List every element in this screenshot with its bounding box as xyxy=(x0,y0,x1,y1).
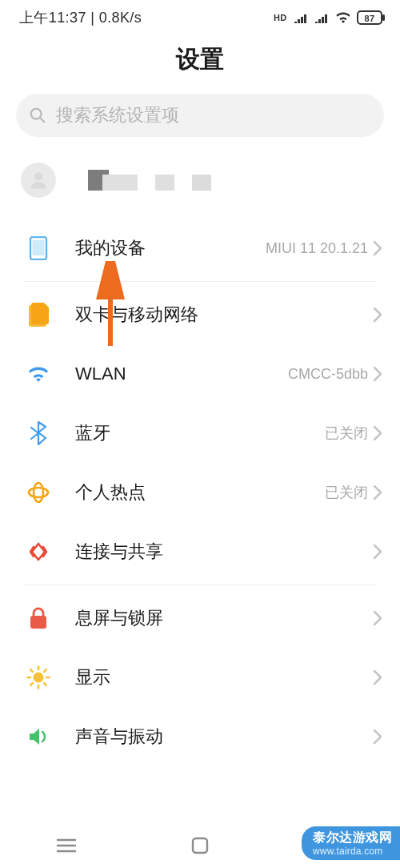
row-label: 声音与振动 xyxy=(75,725,368,749)
signal-1-icon xyxy=(293,12,309,23)
row-value: CMCC-5dbb xyxy=(288,366,368,383)
share-icon xyxy=(27,540,50,563)
watermark-title: 泰尔达游戏网 xyxy=(313,830,392,844)
row-bluetooth[interactable]: 蓝牙 已关闭 xyxy=(0,404,400,463)
chevron-right-icon xyxy=(373,729,382,745)
hd-icon: HD xyxy=(274,12,288,23)
account-name-redacted xyxy=(88,170,211,191)
svg-rect-7 xyxy=(33,240,45,255)
chevron-right-icon xyxy=(373,669,382,685)
chevron-right-icon xyxy=(373,544,382,560)
chevron-right-icon xyxy=(373,307,382,323)
menu-icon xyxy=(56,838,77,854)
row-value: 已关闭 xyxy=(325,483,368,502)
battery-icon: 87 xyxy=(357,10,386,25)
avatar xyxy=(21,163,56,198)
row-label: 我的设备 xyxy=(75,236,266,260)
status-right: HD 87 xyxy=(274,10,386,25)
bluetooth-icon xyxy=(30,421,46,445)
sim-icon xyxy=(28,303,49,327)
row-label: 蓝牙 xyxy=(75,421,325,445)
svg-line-17 xyxy=(44,683,46,685)
chevron-right-icon xyxy=(373,366,382,382)
row-label: 个人热点 xyxy=(75,480,325,504)
signal-2-icon xyxy=(314,12,330,23)
watermark-url: www.tairda.com xyxy=(313,846,392,857)
row-lockscreen[interactable]: 息屏与锁屏 xyxy=(0,589,400,648)
divider xyxy=(24,281,376,282)
device-icon xyxy=(29,236,48,260)
row-label: 双卡与移动网络 xyxy=(75,303,368,327)
svg-line-16 xyxy=(30,669,33,672)
search-input[interactable] xyxy=(56,105,371,126)
watermark: 泰尔达游戏网 www.tairda.com xyxy=(302,826,400,860)
row-label: WLAN xyxy=(75,364,288,384)
search-field[interactable] xyxy=(16,94,384,137)
svg-point-9 xyxy=(29,488,48,497)
row-display[interactable]: 显示 xyxy=(0,648,400,707)
row-label: 显示 xyxy=(75,665,368,689)
square-icon xyxy=(191,837,209,854)
row-hotspot[interactable]: 个人热点 已关闭 xyxy=(0,463,400,522)
person-icon xyxy=(27,169,50,191)
svg-text:HD: HD xyxy=(274,13,287,22)
account-row[interactable] xyxy=(0,137,400,212)
row-label: 息屏与锁屏 xyxy=(75,606,368,630)
svg-point-8 xyxy=(34,483,43,502)
svg-rect-2 xyxy=(382,14,385,21)
chevron-right-icon xyxy=(373,610,382,626)
status-bar: 上午11:37 | 0.8K/s HD 87 xyxy=(0,0,400,29)
lock-icon xyxy=(29,607,48,629)
speaker-icon xyxy=(27,726,50,747)
row-share[interactable]: 连接与共享 xyxy=(0,522,400,581)
svg-point-5 xyxy=(34,172,42,180)
row-my-device[interactable]: 我的设备 MIUI 11 20.1.21 xyxy=(0,219,400,278)
row-value: MIUI 11 20.1.21 xyxy=(266,240,368,257)
row-wlan[interactable]: WLAN CMCC-5dbb xyxy=(0,344,400,404)
svg-line-4 xyxy=(40,118,44,122)
svg-rect-24 xyxy=(193,838,207,853)
svg-point-11 xyxy=(34,673,44,683)
wifi-icon xyxy=(26,364,50,384)
svg-rect-10 xyxy=(30,616,46,629)
divider xyxy=(24,585,376,585)
nav-home-button[interactable] xyxy=(168,837,232,854)
search-icon xyxy=(29,106,46,124)
svg-line-19 xyxy=(44,669,46,672)
battery-percent: 87 xyxy=(364,14,374,23)
svg-line-18 xyxy=(30,683,33,685)
hotspot-icon xyxy=(26,482,50,503)
row-value: 已关闭 xyxy=(325,424,368,443)
row-sim[interactable]: 双卡与移动网络 xyxy=(0,285,400,344)
row-label: 连接与共享 xyxy=(75,540,368,564)
row-sound[interactable]: 声音与振动 xyxy=(0,707,400,766)
chevron-right-icon xyxy=(373,240,382,256)
sun-icon xyxy=(26,665,50,689)
nav-recents-button[interactable] xyxy=(34,838,98,854)
status-left-text: 上午11:37 | 0.8K/s xyxy=(19,8,142,27)
chevron-right-icon xyxy=(373,425,382,441)
page-title: 设置 xyxy=(0,43,400,76)
chevron-right-icon xyxy=(373,484,382,500)
settings-list: 我的设备 MIUI 11 20.1.21 双卡与移动网络 WLAN CMCC-5… xyxy=(0,219,400,766)
wifi-status-icon xyxy=(334,11,352,24)
